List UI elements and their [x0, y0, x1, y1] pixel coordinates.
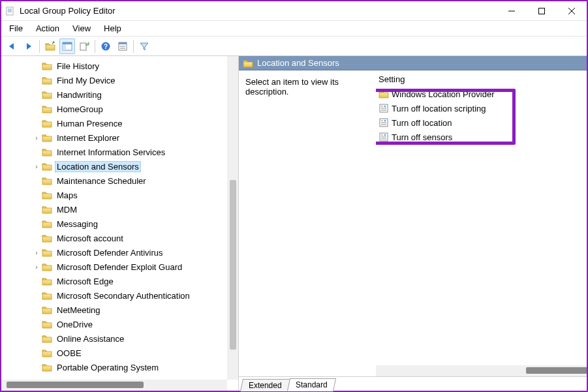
tree-item[interactable]: Maps	[1, 188, 238, 202]
tree-item[interactable]: MDM	[1, 202, 238, 217]
folder-icon	[42, 219, 52, 229]
folder-icon	[42, 161, 52, 172]
properties-button[interactable]	[115, 38, 131, 54]
tree-horizontal-scrollbar[interactable]	[1, 380, 227, 391]
tree-item-label: Microsoft Defender Antivirus	[55, 247, 165, 258]
tree-item-label: Human Presence	[55, 118, 124, 129]
tree-item[interactable]: NetMeeting	[1, 303, 238, 317]
folder-icon	[42, 348, 52, 358]
tree-item[interactable]: ›Microsoft Defender Exploit Guard	[1, 260, 238, 274]
tree-item-label: OneDrive	[55, 319, 95, 330]
arrow-right-icon	[23, 41, 34, 52]
tree-item[interactable]: ›Location and Sensors	[1, 159, 238, 173]
setting-item[interactable]: Turn off location scripting	[376, 101, 587, 115]
folder-icon	[42, 104, 52, 114]
settings-horizontal-scrollbar[interactable]	[376, 365, 587, 376]
menubar: File Action View Help	[1, 21, 587, 37]
tree-item[interactable]: Find My Device	[1, 73, 238, 87]
setting-item-label: Turn off sensors	[392, 132, 452, 142]
help-button[interactable]: ?	[98, 38, 114, 54]
folder-icon	[42, 247, 52, 258]
up-button[interactable]	[42, 38, 58, 54]
folder-icon	[42, 204, 52, 215]
export-icon	[79, 41, 89, 52]
help-icon: ?	[101, 41, 111, 52]
svg-rect-16	[80, 43, 86, 50]
tree-item[interactable]: HomeGroup	[1, 102, 238, 116]
minimize-icon	[508, 8, 515, 14]
tree-item-label: Maintenance Scheduler	[55, 175, 148, 187]
tree-item-label: Microsoft account	[55, 233, 125, 244]
tree-item[interactable]: File History	[1, 59, 238, 73]
tree-item[interactable]: OOBE	[1, 346, 238, 360]
menu-view[interactable]: View	[67, 22, 96, 35]
folder-icon	[42, 190, 52, 200]
setting-item[interactable]: Windows Location Provider	[376, 87, 587, 101]
minimize-button[interactable]	[497, 1, 527, 21]
tree-item[interactable]: Internet Information Services	[1, 145, 238, 159]
folder-icon	[42, 175, 52, 186]
tree-item[interactable]: Microsoft Edge	[1, 274, 238, 288]
properties-icon	[117, 41, 128, 52]
tree-item[interactable]: Maintenance Scheduler	[1, 173, 238, 188]
tree-item[interactable]: OneDrive	[1, 317, 238, 331]
client-area: File HistoryFind My DeviceHandwritingHom…	[1, 56, 587, 391]
tree-item-label: Microsoft Secondary Authentication	[55, 290, 192, 301]
maximize-button[interactable]	[527, 1, 557, 21]
tree-item[interactable]: Microsoft Secondary Authentication	[1, 288, 238, 303]
tree-item[interactable]: Online Assistance	[1, 331, 238, 346]
close-button[interactable]	[557, 1, 587, 21]
menu-file[interactable]: File	[4, 22, 28, 35]
show-hide-tree-button[interactable]	[59, 38, 75, 54]
menu-help[interactable]: Help	[99, 22, 127, 35]
folder-icon	[42, 290, 52, 301]
forward-button[interactable]	[21, 38, 37, 54]
tabstrip: Extended Standard	[239, 376, 587, 391]
tree-expander[interactable]: ›	[31, 264, 42, 271]
titlebar: Local Group Policy Editor	[1, 1, 587, 21]
tree-item[interactable]: Microsoft account	[1, 231, 238, 245]
tree-expander[interactable]: ›	[31, 134, 42, 142]
svg-rect-15	[63, 44, 66, 50]
tree-item-label: File History	[55, 61, 101, 72]
tree-pane: File HistoryFind My DeviceHandwritingHom…	[1, 56, 239, 391]
tree-item[interactable]: ›Microsoft Defender Antivirus	[1, 245, 238, 260]
setting-item-label: Turn off location	[392, 118, 452, 128]
policy-icon	[379, 132, 389, 142]
details-header: Location and Sensors	[239, 56, 587, 70]
policy-icon	[379, 117, 389, 128]
menu-action[interactable]: Action	[31, 22, 65, 35]
tree-expander[interactable]: ›	[31, 163, 42, 170]
folder-icon	[42, 132, 52, 143]
tree-item-label: HomeGroup	[55, 104, 105, 115]
tree-item[interactable]: Handwriting	[1, 87, 238, 102]
setting-item[interactable]: Turn off sensors	[376, 130, 587, 144]
tree-item[interactable]: Human Presence	[1, 116, 238, 130]
back-button[interactable]	[4, 38, 20, 54]
details-pane: Location and Sensors Select an item to v…	[239, 56, 587, 391]
tree-item[interactable]: ›Internet Explorer	[1, 130, 238, 145]
setting-item-label: Turn off location scripting	[392, 104, 486, 113]
filter-button[interactable]	[136, 38, 152, 54]
window: Local Group Policy Editor File Action Vi…	[0, 0, 588, 392]
svg-rect-10	[539, 8, 545, 14]
setting-item[interactable]: Turn off location	[376, 115, 587, 130]
folder-icon	[243, 58, 253, 68]
export-list-button[interactable]	[76, 38, 92, 54]
setting-column-header[interactable]: Setting	[376, 74, 587, 84]
folder-icon	[42, 319, 52, 329]
svg-rect-5	[7, 7, 13, 15]
tree-item-label: Microsoft Defender Exploit Guard	[55, 262, 184, 273]
svg-text:?: ?	[104, 43, 108, 50]
tab-extended[interactable]: Extended	[240, 379, 290, 391]
tree-item[interactable]: Messaging	[1, 217, 238, 231]
tab-standard[interactable]: Standard	[287, 378, 336, 391]
setting-column: Setting Windows Location ProviderTurn of…	[376, 70, 587, 376]
tree-expander[interactable]: ›	[31, 249, 42, 256]
tree[interactable]: File HistoryFind My DeviceHandwritingHom…	[1, 56, 238, 391]
window-title: Local Group Policy Editor	[20, 6, 116, 16]
funnel-icon	[139, 41, 149, 52]
tree-vertical-scrollbar[interactable]	[227, 56, 238, 380]
tree-item[interactable]: Portable Operating System	[1, 360, 238, 374]
details-body: Select an item to view its description. …	[239, 70, 587, 376]
